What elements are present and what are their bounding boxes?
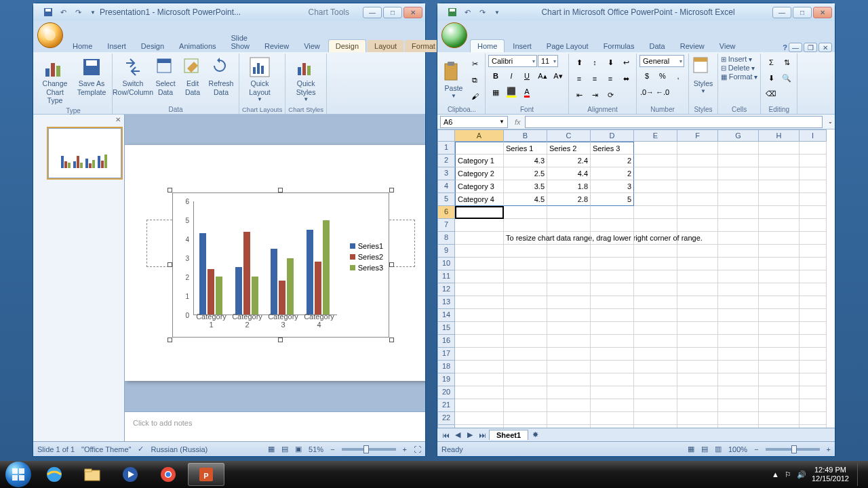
cell-I4[interactable] [800,180,827,193]
font-size-combo[interactable]: 11 [538,55,558,67]
font-name-combo[interactable]: Calibri [488,55,537,67]
cell-A19[interactable] [455,373,504,386]
col-header-D[interactable]: D [591,129,634,142]
cell-C10[interactable] [547,258,591,270]
cell-D16[interactable] [591,335,634,348]
cell-F16[interactable] [677,335,718,348]
cell-F3[interactable] [677,167,718,180]
wrap-text-icon[interactable]: ↩ [618,55,633,70]
cell-H22[interactable] [759,412,800,425]
cell-A15[interactable] [455,322,504,335]
cell-C9[interactable] [547,245,591,258]
cell-D22[interactable] [591,412,634,425]
cell-A21[interactable] [455,399,504,412]
minimize-button[interactable]: — [363,7,382,18]
close-button[interactable]: ✕ [403,7,422,18]
cell-F14[interactable] [677,309,718,322]
tab-home[interactable]: Home [66,40,99,52]
align-top-icon[interactable]: ⬆ [572,55,587,70]
row-header-16[interactable]: 16 [437,335,455,348]
cell-D2[interactable]: 2 [591,155,634,167]
cell-C20[interactable] [547,386,591,399]
cell-B16[interactable] [504,335,547,348]
save-icon[interactable] [41,5,55,19]
cell-A16[interactable] [455,335,504,348]
find-select-icon[interactable]: 🔍 [779,70,794,85]
cell-H17[interactable] [759,348,800,361]
grow-font-icon[interactable]: A▴ [535,68,550,83]
cell-C21[interactable] [547,399,591,412]
row-header-13[interactable]: 13 [437,296,455,309]
increase-indent-icon[interactable]: ⇥ [587,87,602,102]
close-button[interactable]: ✕ [813,7,832,18]
cell-C7[interactable] [547,219,591,232]
cell-I7[interactable] [800,219,827,232]
tab-data[interactable]: Data [642,40,671,52]
row-header-10[interactable]: 10 [437,258,455,270]
cell-G22[interactable] [718,412,759,425]
cell-E2[interactable] [634,155,677,167]
fit-to-window-icon[interactable]: ⛶ [414,445,421,453]
format-painter-icon[interactable]: 🖌 [467,89,482,104]
zoom-slider[interactable] [766,448,820,451]
cell-H7[interactable] [759,219,800,232]
cell-G5[interactable] [718,193,759,206]
page-break-view-icon[interactable]: ▥ [715,445,722,453]
row-header-15[interactable]: 15 [437,322,455,335]
cell-E13[interactable] [634,296,677,309]
tab-insert[interactable]: Insert [100,40,133,52]
zoom-percent[interactable]: 51% [309,445,323,453]
cell-H14[interactable] [759,309,800,322]
minimize-button[interactable]: — [772,7,791,18]
cell-C3[interactable]: 4.4 [547,167,591,180]
cell-I12[interactable] [800,283,827,296]
cell-A20[interactable] [455,386,504,399]
align-right-icon[interactable]: ≡ [603,71,618,86]
cell-E5[interactable] [634,193,677,206]
cell-F19[interactable] [677,373,718,386]
cell-G19[interactable] [718,373,759,386]
cell-I14[interactable] [800,309,827,322]
cell-A6[interactable] [455,206,504,219]
cell-B19[interactable] [504,373,547,386]
cell-D17[interactable] [591,348,634,361]
row-header-20[interactable]: 20 [437,386,455,399]
row-header-19[interactable]: 19 [437,373,455,386]
cell-C12[interactable] [547,283,591,296]
worksheet-grid[interactable]: ABCDEFGHI 1Series 1Series 2Series 32Cate… [437,129,835,428]
cell-I18[interactable] [800,361,827,373]
undo-icon[interactable]: ↶ [56,5,70,19]
cell-D15[interactable] [591,322,634,335]
cell-B12[interactable] [504,283,547,296]
cell-D8[interactable] [591,232,634,245]
align-bottom-icon[interactable]: ⬇ [603,55,618,70]
cell-E7[interactable] [634,219,677,232]
cell-C6[interactable] [547,206,591,219]
save-as-template-button[interactable]: Save As Template [74,55,109,98]
cell-I19[interactable] [800,373,827,386]
italic-icon[interactable]: I [504,68,519,83]
normal-view-icon[interactable]: ▦ [268,445,275,453]
cell-A11[interactable] [455,270,504,283]
cell-C17[interactable] [547,348,591,361]
cell-H11[interactable] [759,270,800,283]
cell-G1[interactable] [718,142,759,155]
row-header-22[interactable]: 22 [437,412,455,425]
cell-G4[interactable] [718,180,759,193]
tab-review[interactable]: Review [258,40,296,52]
fx-icon[interactable]: fx [511,118,525,126]
row-header-2[interactable]: 2 [437,155,455,167]
select-all-corner[interactable] [437,129,455,142]
comma-icon[interactable]: , [671,68,686,83]
align-middle-icon[interactable]: ↕ [587,55,602,70]
slide-canvas[interactable]: Click to add title Click to add sub 0123… [125,115,425,411]
notes-pane[interactable]: Click to add notes [125,411,425,441]
cell-F22[interactable] [677,412,718,425]
align-center-icon[interactable]: ≡ [587,71,602,86]
cell-F5[interactable] [677,193,718,206]
cell-A14[interactable] [455,309,504,322]
cell-G15[interactable] [718,322,759,335]
cell-G14[interactable] [718,309,759,322]
col-header-A[interactable]: A [455,129,504,142]
cell-B17[interactable] [504,348,547,361]
